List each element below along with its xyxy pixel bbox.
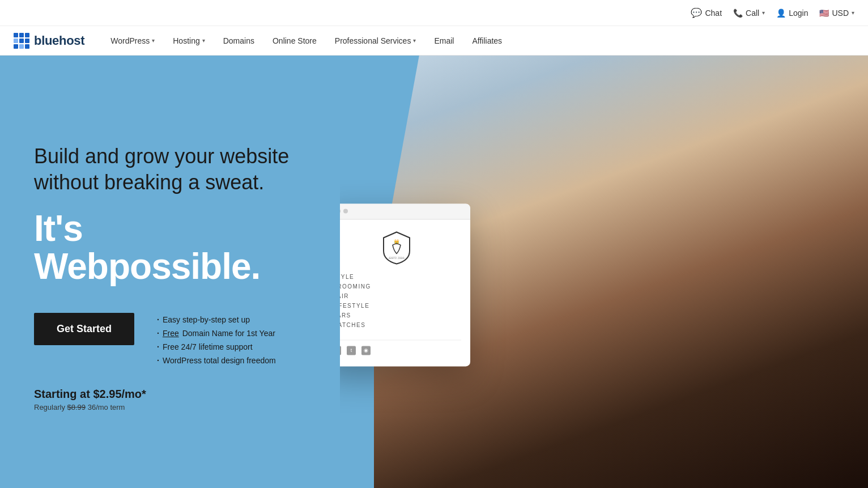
hero-tagline: Build and grow your website without brea… [34,143,306,197]
mock-website-social: f t ◉ [340,340,461,355]
nav-items: WordPress ▾ Hosting ▾ Domains Online Sto… [101,26,854,56]
nav-label-domains: Domains [223,36,254,45]
user-icon: 👤 [776,9,786,18]
mock-browser-dot-3 [343,209,348,213]
mock-instagram-icon: ◉ [361,346,371,355]
mock-menu-grooming: GROOMING [340,283,461,290]
feature-free-label: Free [163,329,179,338]
call-link[interactable]: 📞 Call ▾ [733,9,765,18]
hero-cta-area: Get Started · Easy step-by-step set up ·… [34,313,306,365]
pricing-sub: Regularly $8.99 36/mo term [34,403,306,411]
nav-item-professional-services[interactable]: Professional Services ▾ [326,26,426,56]
feature-list: · Easy step-by-step set up · Free Domain… [157,313,276,365]
mock-facebook-icon: f [340,346,341,355]
wordpress-chevron-icon: ▾ [152,37,155,44]
mock-website-card: 👑 ESTD 2016 STYLE GROOMING HAIR LIFESTYL… [340,203,470,366]
pricing-regular-value: $8.99 [67,403,86,411]
hero-image-area: 👑 ESTD 2016 STYLE GROOMING HAIR LIFESTYL… [340,56,868,488]
feature-item-1: · Easy step-by-step set up [157,315,276,324]
bullet-1: · [157,315,159,324]
mock-menu-style: STYLE [340,274,461,280]
feature-item-2: · Free Domain Name for 1st Year [157,329,276,338]
hero-section: Build and grow your website without brea… [0,56,868,488]
hosting-chevron-icon: ▾ [202,37,205,44]
nav-item-online-store[interactable]: Online Store [263,26,326,56]
bullet-2: · [157,329,159,338]
currency-selector[interactable]: 🇺🇸 USD ▾ [819,9,854,18]
professional-services-chevron-icon: ▾ [413,37,416,44]
main-navigation: bluehost WordPress ▾ Hosting ▾ Domains O… [0,26,868,56]
bullet-4: · [157,356,159,365]
mock-website-menu: STYLE GROOMING HAIR LIFESTYLE CARS WATCH… [340,274,461,328]
mock-menu-lifestyle: LIFESTYLE [340,303,461,309]
nav-label-affiliates: Affiliates [472,36,502,45]
feature-text-1: Easy step-by-step set up [163,315,250,324]
login-label: Login [789,9,808,18]
mock-menu-hair: HAIR [340,293,461,299]
logo-grid-icon [14,33,29,49]
call-chevron-icon: ▾ [762,10,765,16]
mock-browser-dot-2 [340,209,341,213]
mock-menu-watches: WATCHES [340,322,461,328]
call-label: Call [746,9,759,18]
chat-link[interactable]: 💬 Chat [691,7,722,18]
nav-label-online-store: Online Store [273,36,317,45]
logo-text: bluehost [34,33,84,48]
feature-item-4: · WordPress total design freedom [157,356,276,365]
pricing-term: 36/mo term [88,403,125,411]
nav-item-email[interactable]: Email [425,26,463,56]
feature-text-3: Free 24/7 lifetime support [163,342,253,351]
nav-item-domains[interactable]: Domains [214,26,263,56]
hero-content: Build and grow your website without brea… [0,56,340,488]
currency-chevron-icon: ▾ [852,10,854,16]
chat-bubble-icon: 💬 [691,7,702,18]
feature-item-3: · Free 24/7 lifetime support [157,342,276,351]
nav-label-email: Email [434,36,454,45]
get-started-button[interactable]: Get Started [34,313,134,345]
pricing-main: Starting at $2.95/mo* [34,388,306,401]
mock-website-content: 👑 ESTD 2016 STYLE GROOMING HAIR LIFESTYL… [340,219,470,366]
pricing-regular-label: Regularly [34,403,67,411]
mock-browser-bar [340,203,470,219]
phone-icon: 📞 [733,9,743,18]
nav-item-affiliates[interactable]: Affiliates [463,26,511,56]
feature-text-4: WordPress total design freedom [163,356,276,365]
login-link[interactable]: 👤 Login [776,9,808,18]
mock-website-logo: 👑 ESTD 2016 [382,231,411,265]
flag-icon: 🇺🇸 [819,9,829,18]
mock-menu-cars: CARS [340,312,461,319]
hero-headline: It's Webpossible. [34,210,306,286]
mock-twitter-icon: t [347,346,356,355]
logo-link[interactable]: bluehost [14,33,84,49]
nav-label-hosting: Hosting [173,36,199,45]
pricing-area: Starting at $2.95/mo* Regularly $8.99 36… [34,388,306,411]
nav-item-wordpress[interactable]: WordPress ▾ [101,26,164,56]
currency-label: USD [832,9,849,18]
nav-label-wordpress: WordPress [110,36,150,45]
top-bar: 💬 Chat 📞 Call ▾ 👤 Login 🇺🇸 USD ▾ [0,0,868,26]
nav-item-hosting[interactable]: Hosting ▾ [164,26,214,56]
chat-label: Chat [705,9,722,18]
bullet-3: · [157,342,159,351]
nav-label-professional-services: Professional Services [335,36,411,45]
feature-text-2: Domain Name for 1st Year [182,329,275,338]
